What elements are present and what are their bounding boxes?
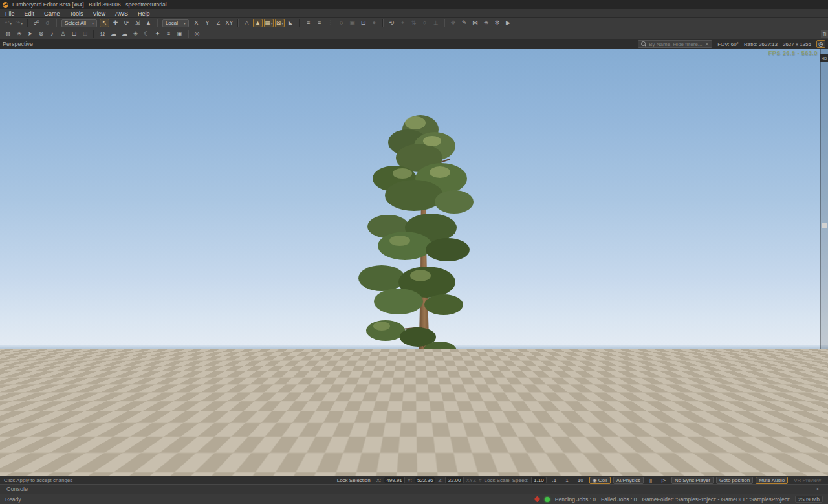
menu-edit[interactable]: Edit xyxy=(25,10,35,17)
select-terrain-button[interactable]: ▲ xyxy=(144,19,153,27)
menu-game[interactable]: Game xyxy=(44,10,60,17)
ai-physics-button[interactable]: AI/Physics xyxy=(613,477,644,484)
edge-scroll-handle[interactable] xyxy=(822,223,827,228)
undo-caret-icon[interactable]: ▾ xyxy=(10,21,12,25)
constrain-xy-button[interactable]: XY xyxy=(224,19,234,27)
snap-angle-button[interactable]: ⊠▾ xyxy=(275,19,285,27)
edit-tool-button[interactable]: ✎ xyxy=(459,19,469,27)
fov-label[interactable]: FOV: 60° xyxy=(717,41,739,47)
snap-angle-caret-icon[interactable]: ▾ xyxy=(281,21,283,25)
title-bar[interactable]: Lumberyard Editor Beta [x64] - Build 393… xyxy=(0,0,828,9)
material-button[interactable]: ● xyxy=(369,19,379,27)
time-of-day-button[interactable]: ☾ xyxy=(142,30,151,38)
xyz-toggle[interactable]: XYZ xyxy=(466,477,477,483)
lock-selection-button[interactable]: Lock Selection xyxy=(334,477,374,484)
menu-help[interactable]: Help xyxy=(138,10,150,17)
asset-folder-button[interactable]: ⊡ xyxy=(358,19,368,27)
vr-preview-button[interactable]: VR Preview xyxy=(790,477,824,484)
flow-graph-button[interactable]: ➤ xyxy=(25,30,35,38)
add-object-button[interactable]: + xyxy=(398,19,408,27)
asset-browser-button[interactable]: ⊡ xyxy=(69,30,79,38)
pick-object-button[interactable]: ◌ xyxy=(336,19,346,27)
disable-helpers-button[interactable]: ⊗ xyxy=(36,30,46,38)
search-close-icon[interactable]: ✕ xyxy=(705,41,710,47)
freeze-button[interactable]: ▣ xyxy=(347,19,357,27)
link-button[interactable]: ☍ xyxy=(32,19,41,27)
step-button[interactable]: |> xyxy=(658,477,669,484)
move-duplicate-button[interactable]: ✥ xyxy=(448,19,458,27)
more-options-button[interactable]: ⋮ xyxy=(325,19,335,27)
select-tool-button[interactable]: ↖ xyxy=(100,19,109,27)
constrain-z-button[interactable]: Z xyxy=(213,19,223,27)
snap-grid-button[interactable]: ▦▾ xyxy=(264,19,274,27)
ruler-button[interactable]: ◣ xyxy=(286,19,296,27)
viewport-3d[interactable]: FPS 26.8 - 563.0 HD Da xyxy=(0,49,828,476)
audio-button[interactable]: ♪ xyxy=(47,30,57,38)
snap-terrain-button[interactable]: ▲ xyxy=(253,19,263,27)
viewport-search[interactable]: By Name, Hide filtere... ✕ xyxy=(638,40,712,48)
rollup-bar-button[interactable]: ◍ xyxy=(3,30,13,38)
environment-button[interactable]: ☀ xyxy=(14,30,24,38)
align-button[interactable]: ⇅ xyxy=(409,19,419,27)
collision-toggle-button[interactable]: ◉ Coll xyxy=(589,477,611,484)
redo-caret-icon[interactable]: ▾ xyxy=(21,21,23,25)
unlink-button[interactable]: ☌ xyxy=(43,19,52,27)
reference-coordsys-dropdown[interactable]: Local▾ xyxy=(162,19,189,27)
cloud-gems-button[interactable]: ☁ xyxy=(120,30,129,38)
menu-tools[interactable]: Tools xyxy=(70,10,83,17)
selection-mask-dropdown[interactable]: Select All▾ xyxy=(61,19,97,27)
scale-tool-button[interactable]: ⇲ xyxy=(133,19,142,27)
rotate-tool-button[interactable]: ⟳ xyxy=(122,19,131,27)
object-list-button[interactable]: ≡ xyxy=(303,19,313,27)
coord-y-field[interactable]: 522.36 xyxy=(415,477,435,483)
menu-view[interactable]: View xyxy=(93,10,105,17)
audio-controls-button[interactable]: Ω xyxy=(98,30,107,38)
pause-button[interactable]: || xyxy=(646,477,655,484)
console-panel[interactable]: Console × xyxy=(0,484,828,494)
asset-processor-icon[interactable] xyxy=(534,496,540,503)
resolution-label[interactable]: 2627 x 1355 xyxy=(783,41,811,47)
goto-position-button[interactable]: Goto position xyxy=(716,477,753,484)
mute-audio-button[interactable]: Mute Audio xyxy=(756,477,788,484)
constrain-y-button[interactable]: Y xyxy=(202,19,212,27)
track-view-button[interactable]: ⊞ xyxy=(80,30,90,38)
coord-z-field[interactable]: 32.00 xyxy=(445,477,463,483)
no-sync-player-button[interactable]: No Sync Player xyxy=(671,477,714,484)
ui-editor-button[interactable]: ▣ xyxy=(175,30,184,38)
coord-x-field[interactable]: 499.91 xyxy=(384,477,404,483)
speed-preset-10-button[interactable]: 10 xyxy=(574,477,587,484)
timer-button[interactable]: ⋈ xyxy=(470,19,480,27)
editor-settings-button[interactable]: ◎ xyxy=(192,30,202,38)
jobs-status-icon[interactable] xyxy=(545,497,550,502)
right-panel-sliver[interactable]: HD Da xyxy=(820,49,828,476)
docked-panel-tab-sliver[interactable]: Ti xyxy=(821,30,828,38)
debug-clock-button[interactable]: ◷ xyxy=(816,40,825,48)
speed-preset-1-button[interactable]: 1 xyxy=(562,477,571,484)
speed-field[interactable]: 1.10 xyxy=(531,477,547,483)
settings-a-button[interactable]: ✳ xyxy=(481,19,491,27)
lighting-button[interactable]: ✦ xyxy=(153,30,162,38)
drop-to-terrain-button[interactable]: ⊥ xyxy=(431,19,441,27)
mannequin-button[interactable]: ♙ xyxy=(58,30,68,38)
speed-preset-01-button[interactable]: .1 xyxy=(549,477,560,484)
lock-scale-toggle[interactable]: Lock Scale xyxy=(485,477,510,483)
console-close-icon[interactable]: × xyxy=(814,486,822,492)
terrain-collision-toggle-icon[interactable]: # xyxy=(479,477,481,483)
layer-editor-button[interactable]: ≡ xyxy=(164,30,173,38)
move-tool-button[interactable]: ✚ xyxy=(111,19,120,27)
physics-button[interactable]: ○ xyxy=(420,19,430,27)
ratio-label[interactable]: Ratio: 2627:13 xyxy=(744,41,778,47)
menu-file[interactable]: File xyxy=(5,10,15,17)
particle-editor-button[interactable]: ✳ xyxy=(131,30,140,38)
constrain-x-button[interactable]: X xyxy=(191,19,201,27)
follow-terrain-button[interactable]: △ xyxy=(242,19,252,27)
snap-grid-caret-icon[interactable]: ▾ xyxy=(271,21,273,25)
menu-aws[interactable]: AWS xyxy=(115,10,128,17)
undo-button[interactable]: ↶▾ xyxy=(3,19,13,27)
settings-b-button[interactable]: ✻ xyxy=(492,19,502,27)
simulate-button[interactable]: ⟲ xyxy=(387,19,397,27)
play-game-button[interactable]: ▶ xyxy=(503,19,513,27)
viewport-mode-label[interactable]: Perspective xyxy=(3,41,33,47)
layer-list-button[interactable]: ≡ xyxy=(314,19,324,27)
cloud-canvas-button[interactable]: ☁ xyxy=(109,30,118,38)
